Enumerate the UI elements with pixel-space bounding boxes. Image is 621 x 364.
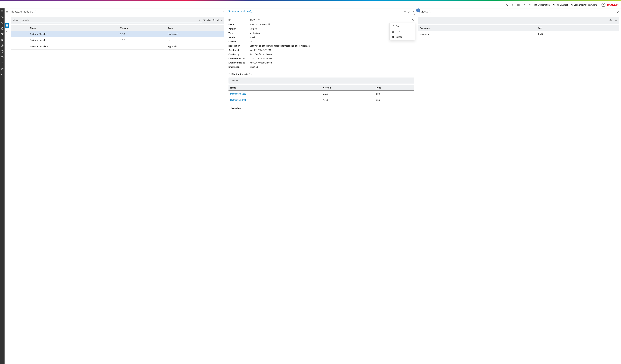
info-icon[interactable]: i bbox=[242, 107, 244, 109]
software-module-detail-panel: Software module i ID 247495 bbox=[226, 8, 416, 364]
search-input[interactable] bbox=[22, 19, 198, 22]
col-name[interactable]: Name bbox=[28, 25, 118, 31]
table-row[interactable]: Distribution Set 11.0.0app bbox=[228, 91, 414, 97]
metadata-header[interactable]: Metadata i bbox=[228, 105, 414, 111]
menu-lock[interactable]: Lock bbox=[390, 29, 415, 34]
ds-col-name[interactable]: Name bbox=[228, 85, 321, 91]
id-value: 247495 bbox=[250, 18, 257, 21]
refresh-button[interactable] bbox=[213, 19, 215, 22]
encryption-label: Encryption bbox=[228, 66, 250, 68]
panel-title: Software modules i bbox=[11, 10, 36, 13]
table-row[interactable]: Distribution Set 21.0.0app bbox=[228, 97, 414, 103]
filter-nav-icon[interactable] bbox=[1, 33, 4, 36]
panel-title: Software module i bbox=[228, 10, 252, 13]
minimize-icon[interactable] bbox=[404, 10, 406, 13]
svg-rect-15 bbox=[6, 26, 7, 26]
menu-delete[interactable]: Delete bbox=[390, 34, 415, 40]
svg-rect-4 bbox=[535, 4, 537, 6]
expand-icon[interactable] bbox=[222, 11, 225, 13]
filter-label: Filter bbox=[207, 19, 211, 22]
svg-rect-27 bbox=[392, 31, 394, 32]
home-icon[interactable] bbox=[1, 16, 4, 18]
col-type[interactable]: Type bbox=[166, 25, 224, 31]
cell-version: 1.0.0 bbox=[118, 43, 166, 50]
table-row[interactable]: Software module 21.0.0os bbox=[11, 37, 224, 43]
svg-rect-6 bbox=[553, 4, 554, 5]
last-modified-by-label: Last modified by bbox=[228, 62, 250, 64]
cell-type: app bbox=[374, 97, 414, 103]
distribution-sets-header[interactable]: Distribution sets i bbox=[228, 71, 414, 77]
bosch-wordmark: BOSCH bbox=[607, 3, 619, 7]
ds-col-version[interactable]: Version bbox=[321, 85, 374, 91]
close-icon[interactable] bbox=[412, 10, 414, 13]
settings-button[interactable] bbox=[217, 19, 219, 22]
table-row[interactable]: Software module 31.0.0application bbox=[11, 43, 224, 50]
bars-icon[interactable] bbox=[1, 73, 4, 76]
user-menu[interactable]: John.Doe@domain.com bbox=[571, 4, 597, 6]
info-icon[interactable]: i bbox=[429, 11, 431, 13]
info-icon[interactable]: i bbox=[249, 10, 252, 13]
running-icon[interactable] bbox=[1, 62, 4, 64]
sub-rail-hamburger-icon[interactable] bbox=[5, 9, 9, 14]
cube-icon[interactable] bbox=[1, 44, 4, 47]
phone-icon[interactable] bbox=[511, 3, 514, 6]
ds-col-type[interactable]: Type bbox=[374, 85, 414, 91]
menu-icon[interactable] bbox=[1, 10, 4, 13]
section-icon[interactable]: § bbox=[523, 3, 526, 6]
created-by-value: John.Doe@domain.com bbox=[250, 53, 414, 55]
clipboard-icon[interactable] bbox=[1, 27, 4, 30]
add-button[interactable] bbox=[221, 19, 223, 22]
col-file[interactable]: File name bbox=[418, 25, 536, 31]
search-icon[interactable] bbox=[198, 19, 201, 22]
distribution-link[interactable]: Distribution Set 1 bbox=[230, 93, 246, 95]
minimize-icon[interactable] bbox=[218, 11, 221, 13]
col-version[interactable]: Version bbox=[118, 25, 166, 31]
locked-label: Locked bbox=[228, 40, 250, 43]
briefcase-icon[interactable] bbox=[1, 56, 4, 59]
brand-color-strip bbox=[0, 0, 621, 1]
artifact-add-button[interactable] bbox=[615, 19, 617, 22]
svg-point-18 bbox=[199, 19, 200, 21]
artifact-settings-button[interactable] bbox=[609, 19, 612, 22]
bell-icon[interactable] bbox=[529, 3, 532, 6]
tools-icon[interactable] bbox=[411, 18, 414, 21]
cell-type: application bbox=[166, 31, 224, 37]
iot-manager-link[interactable]: IoT Manager bbox=[552, 3, 568, 6]
table-row[interactable]: artifact.zip4 MB··· bbox=[418, 31, 619, 37]
menu-edit[interactable]: Edit bbox=[390, 23, 415, 29]
primary-nav-rail bbox=[0, 8, 4, 364]
info-icon[interactable]: i bbox=[249, 73, 251, 75]
copy-name-icon[interactable] bbox=[268, 23, 270, 26]
description-value: Beta version of upcoming features for te… bbox=[250, 45, 414, 47]
share-icon[interactable] bbox=[506, 3, 509, 6]
table-row[interactable]: Software Module 11.0.0application bbox=[11, 31, 224, 37]
col-size[interactable]: Size bbox=[536, 25, 611, 31]
minimize-icon[interactable] bbox=[613, 11, 615, 13]
info-icon[interactable]: i bbox=[34, 11, 36, 13]
book-icon[interactable] bbox=[517, 3, 520, 6]
distribution-link[interactable]: Distribution Set 2 bbox=[230, 99, 246, 101]
created-by-label: Created by bbox=[228, 53, 250, 55]
copy-id-icon[interactable] bbox=[258, 18, 260, 21]
filter-button[interactable]: Filter bbox=[203, 19, 211, 22]
bosch-ring-icon bbox=[602, 3, 605, 7]
vendor-label: Vendor bbox=[228, 36, 250, 39]
cube2-icon[interactable] bbox=[1, 50, 4, 53]
row-more-icon[interactable]: ··· bbox=[615, 33, 617, 35]
expand-icon[interactable] bbox=[617, 11, 619, 13]
module-context-menu: Edit Lock Delete bbox=[390, 23, 415, 40]
copy-version-icon[interactable] bbox=[255, 28, 257, 30]
cell-version: 1.0.0 bbox=[118, 37, 166, 43]
chevron-up-icon bbox=[228, 73, 231, 75]
version-label: Version bbox=[228, 28, 250, 30]
cell-name: Software module 3 bbox=[28, 43, 118, 50]
flow-icon[interactable] bbox=[1, 39, 4, 41]
sub-rail-gear-icon[interactable] bbox=[5, 29, 9, 34]
search-nav-icon[interactable] bbox=[1, 21, 4, 24]
gear-nav-icon[interactable] bbox=[1, 67, 4, 70]
expand-icon[interactable] bbox=[408, 10, 410, 13]
subscription-link[interactable]: Subscription bbox=[534, 3, 550, 6]
brand-logo: BOSCH bbox=[602, 3, 619, 7]
sub-rail-grid-icon[interactable] bbox=[5, 23, 9, 28]
name-value: Software Module 1 bbox=[250, 23, 267, 26]
